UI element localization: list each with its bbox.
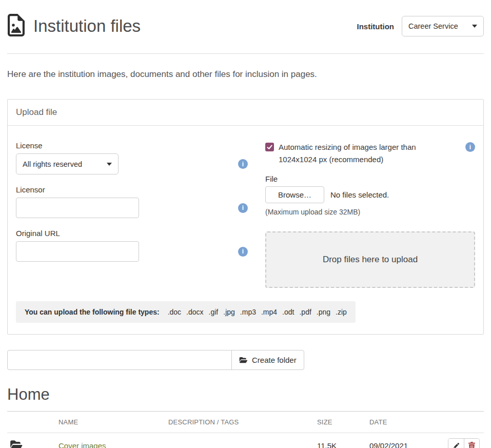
filetype-item: .mp3 <box>240 308 256 316</box>
page: Institution files Institution Career Ser… <box>0 0 491 448</box>
column-icon <box>7 412 54 433</box>
upload-panel-title: Upload file <box>8 100 483 126</box>
checkmark-icon <box>266 144 273 150</box>
institution-select[interactable]: Career Service <box>402 16 484 36</box>
file-field-label: File <box>265 174 475 183</box>
create-folder-button[interactable]: Create folder <box>231 350 304 370</box>
institution-label: Institution <box>357 22 394 31</box>
info-circle-icon[interactable]: i <box>238 247 248 257</box>
pencil-icon <box>453 442 460 448</box>
create-folder-form: Create folder <box>7 350 484 370</box>
row-date: 09/02/2021 <box>365 433 427 448</box>
files-table: NAME DESCRIPTION / TAGS SIZE DATE Cover … <box>7 411 484 448</box>
caret-down-icon <box>472 25 477 28</box>
licensor-input[interactable] <box>16 198 139 218</box>
filetypes-list: .doc .docx .gif .jpg .mp3 .mp4 .odt .pdf… <box>168 308 347 316</box>
license-label: License <box>16 141 248 150</box>
row-size: 11.5K <box>313 433 365 448</box>
caret-down-icon <box>107 163 112 166</box>
filetype-item: .docx <box>186 308 203 316</box>
info-circle-icon[interactable]: i <box>238 159 248 169</box>
allowed-filetypes-bar: You can upload the following file types:… <box>16 301 356 323</box>
info-circle-icon[interactable]: i <box>465 142 475 152</box>
column-description-tags: DESCRIPTION / TAGS <box>164 412 313 433</box>
column-date: DATE <box>365 412 427 433</box>
folder-open-icon <box>239 357 248 364</box>
folder-open-icon <box>10 443 23 448</box>
original-url-label: Original URL <box>16 229 248 238</box>
license-select[interactable]: All rights reserved <box>16 153 119 174</box>
filetype-item: .png <box>317 308 330 316</box>
info-circle-icon[interactable]: i <box>238 203 248 213</box>
dropzone-text: Drop files here to upload <box>323 255 418 265</box>
column-name: NAME <box>54 412 164 433</box>
filetype-item: .zip <box>336 308 347 316</box>
column-size: SIZE <box>313 412 365 433</box>
upload-file-panel: Upload file License All rights reserved … <box>7 99 484 335</box>
filetypes-label: You can upload the following file types: <box>25 308 160 316</box>
licensor-label: Licensor <box>16 185 248 194</box>
trash-icon <box>468 442 475 448</box>
filetype-item: .doc <box>168 308 181 316</box>
column-actions <box>427 412 484 433</box>
page-description: Here are the institution images, documen… <box>7 69 484 80</box>
filetype-item: .odt <box>282 308 294 316</box>
filetype-item: .jpg <box>223 308 235 316</box>
row-description <box>164 433 313 448</box>
create-folder-button-label: Create folder <box>252 356 297 364</box>
resize-checkbox-label[interactable]: Automatic resizing of images larger than… <box>279 141 448 166</box>
original-url-input[interactable] <box>16 241 139 262</box>
delete-button[interactable] <box>464 439 479 448</box>
page-title: Institution files <box>33 16 141 36</box>
no-files-selected-text: No files selected. <box>330 190 389 199</box>
browse-button[interactable]: Browse… <box>265 186 324 203</box>
filetype-item: .mp4 <box>261 308 277 316</box>
resize-checkbox[interactable] <box>265 143 274 151</box>
institution-selected-value: Career Service <box>408 22 458 30</box>
file-dropzone[interactable]: Drop files here to upload <box>265 231 475 288</box>
current-folder-heading: Home <box>7 385 484 404</box>
edit-button[interactable] <box>448 439 464 448</box>
folder-name-input[interactable] <box>7 350 232 370</box>
folder-link[interactable]: Cover images <box>58 441 106 448</box>
license-selected-value: All rights reserved <box>23 160 82 168</box>
filetype-item: .pdf <box>299 308 311 316</box>
table-row: Cover images 11.5K 09/02/2021 <box>7 433 484 448</box>
table-header-row: NAME DESCRIPTION / TAGS SIZE DATE <box>7 412 484 433</box>
max-upload-size-text: (Maximum upload size 32MB) <box>265 208 475 216</box>
file-image-icon <box>7 14 25 38</box>
filetype-item: .gif <box>209 308 219 316</box>
page-header: Institution files Institution Career Ser… <box>7 0 484 49</box>
header-divider <box>7 53 484 54</box>
